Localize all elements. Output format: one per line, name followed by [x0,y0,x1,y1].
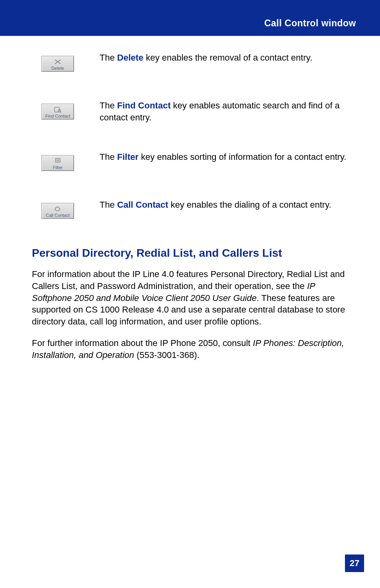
text: The [100,200,117,210]
text: For information about the IP Line 4.0 fe… [32,269,345,291]
delete-description: The Delete key enables the removal of a … [100,52,356,64]
keyword: Find Contact [117,100,170,110]
keyword: Call Contact [117,200,168,210]
filter-description: The Filter key enables sorting of inform… [100,151,356,163]
key-row-call-contact: Call Contact The Call Contact key enable… [32,199,356,219]
key-row-find-contact: Find Contact The Find Contact key enable… [32,100,356,123]
header-left-block [0,0,84,36]
delete-icon [54,59,62,65]
filter-icon [54,158,62,164]
svg-line-4 [60,112,61,113]
find-contact-caption: Find Contact [45,114,70,118]
delete-caption: Delete [51,66,64,71]
content-area: Delete The Delete key enables the remova… [32,52,356,370]
call-contact-button: Call Contact [41,203,74,219]
text: key enables the dialing of a contact ent… [168,200,331,210]
section-heading: Personal Directory, Redial List, and Cal… [32,247,356,260]
key-icon-wrap: Delete [32,52,84,72]
page-number: 27 [345,555,364,572]
delete-button: Delete [41,56,74,72]
key-icon-wrap: Call Contact [32,199,84,219]
filter-caption: Filter [53,165,63,170]
find-contact-icon [54,106,62,113]
call-contact-icon [54,206,62,212]
text: key enables the removal of a contact ent… [143,53,312,63]
key-icon-wrap: Find Contact [32,100,84,120]
key-row-filter: Filter The Filter key enables sorting of… [32,151,356,171]
keyword: Filter [117,152,139,162]
find-contact-description: The Find Contact key enables automatic s… [100,100,356,123]
call-contact-description: The Call Contact key enables the dialing… [100,199,356,211]
key-icon-wrap: Filter [32,151,84,171]
text: The [100,53,117,63]
call-contact-caption: Call Contact [46,213,70,218]
section-paragraph-2: For further information about the IP Pho… [32,337,356,361]
keyword: Delete [117,53,143,63]
header-bar: Call Control window [84,0,380,36]
text: (553-3001-368). [134,350,200,360]
text: For further information about the IP Pho… [32,338,253,348]
text: key enables sorting of information for a… [139,152,347,162]
section-paragraph-1: For information about the IP Line 4.0 fe… [32,268,356,327]
text: The [100,152,117,162]
key-row-delete: Delete The Delete key enables the remova… [32,52,356,72]
text: The [100,100,117,110]
find-contact-button: Find Contact [41,104,74,120]
filter-button: Filter [41,155,74,171]
header-title: Call Control window [264,18,356,29]
document-page: Call Control window Delete The Delete ke… [0,0,380,588]
